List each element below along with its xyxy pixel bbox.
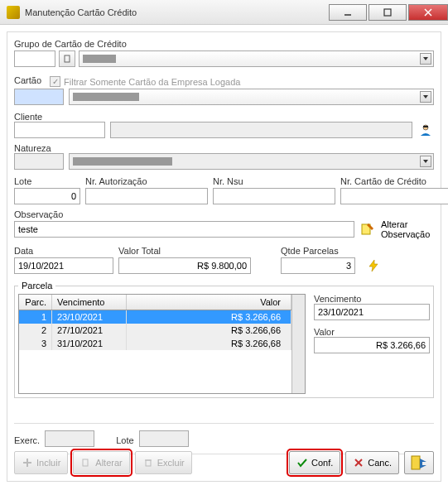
window-title: Manutenção Cartão Crédito [25,7,327,17]
parcela-table: Parc. Vencimento Valor 1 23/10/2021 R$ 3… [18,294,306,394]
checkbox-icon: ✓ [50,76,60,87]
label-filtrar: Filtrar Somente Cartão da Empresa Logada [64,77,240,87]
table-row[interactable]: 3 31/10/2021 R$ 3.266,68 [19,337,291,350]
exit-button[interactable] [404,451,434,474]
grupo-code-input[interactable] [14,50,55,67]
label-grupo: Grupo de Cartão de Crédito [14,39,434,49]
cartao-combo[interactable] [69,89,434,105]
svg-rect-4 [65,55,70,62]
valor-side-input[interactable] [314,337,430,353]
natureza-combo[interactable] [69,153,434,170]
close-button[interactable] [408,4,448,21]
trash-icon [142,457,154,468]
label-qtde-parcelas: Qtde Parcelas [281,246,355,256]
data-input[interactable] [14,257,113,274]
table-scrollbar[interactable] [291,295,305,393]
label-observacao: Observação [14,209,63,219]
label-lote: Lote [14,176,80,186]
nr-autorizacao-input[interactable] [85,188,208,204]
label-cliente: Cliente [14,112,42,122]
plus-icon [22,457,33,468]
cliente-name-display [110,122,412,138]
lote-input[interactable] [14,188,80,204]
svg-rect-1 [384,9,391,16]
valor-total-input[interactable] [118,257,251,274]
cartao-code-input[interactable] [14,89,64,105]
col-parc[interactable]: Parc. [19,295,52,310]
filtrar-checkbox[interactable]: ✓ Filtrar Somente Cartão da Empresa Loga… [50,76,240,87]
app-icon [7,6,20,19]
parcela-group: Parcela Parc. Vencimento Valor [14,281,434,398]
maximize-button[interactable] [369,4,407,21]
person-icon [418,122,433,137]
label-nr-autorizacao: Nr. Autorização [85,176,208,186]
table-body: 1 23/10/2021 R$ 3.266,66 2 27/10/2021 R$… [19,310,291,393]
label-vencimento-side: Vencimento [314,294,361,304]
label-valor-total: Valor Total [118,246,251,256]
incluir-button[interactable]: Incluir [14,451,68,474]
action-bar: Incluir Alterar Excluir Conf. Canc. [14,451,434,474]
label-data: Data [14,246,113,256]
chevron-down-icon [420,156,431,167]
label-cartao: Cartão [14,75,41,85]
lote2-display [139,430,189,447]
label-nr-nsu: Nr. Nsu [213,176,335,186]
label-alterar-obs: Alterar Observação [381,219,434,239]
nr-nsu-input[interactable] [213,188,335,204]
natureza-code-input[interactable] [14,153,64,170]
qtde-parcelas-input[interactable] [281,257,355,274]
grupo-combo[interactable] [79,50,434,67]
observacao-input[interactable] [14,221,354,238]
lightning-icon [367,259,380,272]
alterar-button[interactable]: Alterar [73,451,129,474]
chevron-down-icon [420,53,431,65]
check-icon [296,457,308,468]
col-vencimento[interactable]: Vencimento [52,295,127,310]
excluir-button[interactable]: Excluir [135,451,192,474]
nr-cartao-input[interactable] [340,188,448,204]
label-exerc: Exerc. [14,435,40,445]
edit-icon [80,457,92,468]
exerc-display [45,430,94,447]
recalc-button[interactable] [365,257,382,274]
chevron-down-icon [420,91,431,103]
x-icon [353,457,364,468]
separator [14,423,434,424]
table-header: Parc. Vencimento Valor [19,295,291,310]
grupo-lookup-button[interactable] [59,50,75,67]
note-edit-icon [360,222,375,237]
label-natureza: Natureza [14,143,51,153]
alterar-observacao-button[interactable] [359,221,376,238]
svg-rect-13 [412,456,420,469]
canc-button[interactable]: Canc. [345,451,399,474]
col-valor[interactable]: Valor [127,295,291,310]
cliente-code-input[interactable] [14,122,105,138]
label-lote2: Lote [116,435,133,445]
minimize-button[interactable] [329,4,367,21]
vencimento-side-input[interactable] [314,304,430,320]
svg-rect-8 [83,459,88,466]
label-nr-cartao: Nr. Cartão de Crédito [340,176,448,186]
window-titlebar: Manutenção Cartão Crédito [0,0,448,25]
main-frame: Grupo de Cartão de Crédito Cartão ✓ Filt… [7,31,441,482]
door-exit-icon [410,454,428,471]
label-parcela: Parcela [18,281,55,291]
table-row[interactable]: 2 27/10/2021 R$ 3.266,66 [19,324,291,337]
svg-rect-6 [423,126,428,127]
label-valor-side: Valor [314,327,335,337]
svg-rect-9 [146,460,151,466]
table-row[interactable]: 1 23/10/2021 R$ 3.266,66 [19,310,291,324]
cliente-lookup-button[interactable] [417,122,434,138]
conf-button[interactable]: Conf. [289,451,340,474]
